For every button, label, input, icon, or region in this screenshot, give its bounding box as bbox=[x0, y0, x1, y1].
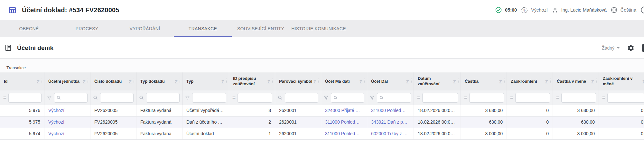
column-resize-handle[interactable] bbox=[364, 79, 366, 84]
equals-filter-icon[interactable]: = bbox=[463, 95, 467, 101]
equals-filter-icon[interactable]: = bbox=[601, 95, 605, 101]
language-selector[interactable]: Čeština bbox=[611, 6, 636, 14]
credit-account-link[interactable]: 343021 Daň z p… bbox=[371, 119, 407, 125]
equals-filter-icon[interactable]: = bbox=[416, 95, 420, 101]
sigma-icon[interactable]: Σ bbox=[453, 79, 457, 84]
tab-procesy[interactable]: PROCESY bbox=[58, 20, 116, 37]
credit-account-link[interactable]: 311000 Pohled… bbox=[371, 108, 406, 113]
column-resize-handle[interactable] bbox=[88, 79, 89, 84]
search-filter-icon[interactable] bbox=[277, 95, 283, 100]
column-header-ucet-dal[interactable]: Účet DalΣ bbox=[367, 72, 414, 90]
cell-id: 5 974 bbox=[0, 128, 44, 139]
search-filter-icon[interactable] bbox=[139, 95, 144, 100]
column-header-castka-v-mene[interactable]: Částka v měněΣ bbox=[553, 72, 599, 90]
sigma-icon[interactable]: Σ bbox=[359, 79, 363, 84]
credit-account-link[interactable]: 602000 Tržby z … bbox=[371, 131, 408, 136]
column-resize-handle[interactable] bbox=[272, 79, 274, 84]
sigma-icon[interactable]: Σ bbox=[545, 79, 549, 84]
column-resize-handle[interactable] bbox=[180, 79, 181, 84]
column-header-id-predpisu[interactable]: ID předpisu zaúčtováníΣ bbox=[229, 72, 275, 90]
column-header-cislo-dokladu[interactable]: Číslo dokladuΣ bbox=[90, 72, 136, 90]
filter-input-ucet-ma-dati[interactable] bbox=[340, 95, 362, 100]
sigma-icon[interactable]: Σ bbox=[267, 79, 271, 84]
unit-link[interactable]: Výchozí bbox=[48, 108, 64, 113]
column-resize-handle[interactable] bbox=[550, 79, 551, 84]
funnel-filter-icon[interactable] bbox=[47, 95, 52, 100]
column-header-parovaci-symbol[interactable]: Párovací symbolΣ bbox=[275, 72, 321, 90]
sigma-icon[interactable]: Σ bbox=[82, 79, 86, 84]
cell-zaokrouhleni: 0 bbox=[507, 105, 553, 116]
tab-vyporadani[interactable]: VYPOŘÁDÁNÍ bbox=[116, 20, 174, 37]
column-header-datum-zauctovani[interactable]: Datum zaúčtováníΣ bbox=[414, 72, 461, 90]
sigma-icon[interactable]: Σ bbox=[406, 79, 410, 84]
user-menu[interactable]: Ing. Lucie Maňásková bbox=[552, 7, 607, 14]
filter-input-zaokrouhleni[interactable] bbox=[518, 95, 548, 100]
filter-input-cislo-dokladu[interactable] bbox=[102, 95, 131, 100]
filter-input-castka-v-mene[interactable] bbox=[564, 95, 594, 100]
column-header-zaokrouhleni-v-mene[interactable]: Zaokrouhlení v měněΣ bbox=[599, 72, 644, 90]
sigma-icon[interactable]: Σ bbox=[128, 79, 132, 84]
column-header-zaokrouhleni[interactable]: ZaokrouhleníΣ bbox=[507, 72, 553, 90]
sigma-icon[interactable]: Σ bbox=[642, 79, 644, 84]
filter-input-ucet-dal[interactable] bbox=[386, 95, 409, 100]
filter-input-typ[interactable] bbox=[194, 95, 224, 100]
sigma-icon[interactable]: Σ bbox=[313, 79, 317, 84]
sigma-icon[interactable]: Σ bbox=[499, 79, 503, 84]
equals-filter-icon[interactable]: = bbox=[555, 95, 559, 101]
column-header-typ[interactable]: TypΣ bbox=[182, 72, 229, 90]
grouping-dropdown[interactable]: Žádný bbox=[602, 45, 620, 51]
funnel-filter-icon[interactable] bbox=[185, 95, 190, 100]
debit-account-link[interactable]: 311000 Pohled… bbox=[325, 131, 359, 136]
sigma-icon[interactable]: Σ bbox=[174, 79, 178, 84]
column-resize-handle[interactable] bbox=[134, 79, 135, 84]
funnel-filter-icon[interactable] bbox=[323, 95, 329, 100]
filter-input-zaokrouhleni-v-mene[interactable] bbox=[610, 95, 642, 100]
column-header-typ-dokladu[interactable]: Typ dokladuΣ bbox=[136, 72, 182, 90]
sigma-icon[interactable]: Σ bbox=[591, 79, 595, 84]
filter-input-ucetni-jednotka[interactable] bbox=[63, 95, 85, 100]
unit-link[interactable]: Výchozí bbox=[48, 131, 64, 136]
filter-input-castka[interactable] bbox=[471, 95, 502, 100]
cell-typ-dokladu: Faktura vydaná bbox=[136, 128, 182, 139]
column-resize-handle[interactable] bbox=[411, 79, 412, 84]
column-resize-handle[interactable] bbox=[318, 79, 320, 84]
column-header-ucetni-jednotka[interactable]: Účetní jednotkaΣ bbox=[44, 72, 90, 90]
column-header-id[interactable]: IdΣ bbox=[0, 72, 44, 90]
cropped-panel-action-icon[interactable] bbox=[642, 44, 644, 52]
filter-input-typ-dokladu[interactable] bbox=[148, 95, 177, 100]
cropped-right-icon[interactable] bbox=[640, 6, 644, 14]
equals-filter-icon[interactable]: = bbox=[509, 95, 513, 101]
filter-input-id[interactable] bbox=[11, 95, 39, 100]
filter-input-datum[interactable] bbox=[425, 95, 456, 100]
tab-souvisejici-entity[interactable]: SOUVISEJÍCÍ ENTITY bbox=[232, 20, 290, 37]
debit-account-link[interactable]: 311000 Pohled… bbox=[325, 119, 359, 125]
column-resize-handle[interactable] bbox=[42, 79, 43, 84]
cell-zaokrouhleni: 0 bbox=[507, 117, 553, 128]
currency-selector[interactable]: $ Výchozí bbox=[521, 6, 548, 14]
column-resize-handle[interactable] bbox=[226, 79, 228, 84]
status-time[interactable]: 05:00 bbox=[495, 6, 517, 14]
currency-badge-icon: $ bbox=[521, 6, 528, 14]
funnel-filter-icon[interactable] bbox=[369, 95, 375, 100]
column-resize-handle[interactable] bbox=[504, 79, 505, 84]
equals-filter-icon[interactable]: = bbox=[231, 95, 236, 101]
table-row[interactable]: 5 975 Výchozí FV2620005 Faktura vydaná D… bbox=[0, 117, 644, 128]
column-header-castka[interactable]: ČástkaΣ bbox=[461, 72, 507, 90]
tab-obecne[interactable]: OBECNÉ bbox=[0, 20, 58, 37]
unit-link[interactable]: Výchozí bbox=[48, 119, 64, 125]
gear-icon[interactable] bbox=[627, 44, 635, 52]
table-row[interactable]: 5 976 Výchozí FV2620005 Faktura vydaná Ú… bbox=[0, 105, 644, 117]
search-filter-icon[interactable] bbox=[93, 95, 98, 100]
tab-historie-komunikace[interactable]: HISTORIE KOMUNIKACE bbox=[290, 20, 348, 37]
equals-filter-icon[interactable]: = bbox=[2, 95, 6, 101]
sigma-icon[interactable]: Σ bbox=[221, 79, 225, 84]
column-resize-handle[interactable] bbox=[458, 79, 459, 84]
column-resize-handle[interactable] bbox=[596, 79, 597, 84]
table-row[interactable]: 5 974 Výchozí FV2620005 Faktura vydaná Ú… bbox=[0, 128, 644, 140]
sigma-icon[interactable]: Σ bbox=[36, 79, 40, 84]
filter-input-parovaci-symbol[interactable] bbox=[287, 95, 316, 100]
debit-account-link[interactable]: 324000 Přijaté … bbox=[325, 108, 360, 113]
tab-transakce[interactable]: TRANSAKCE bbox=[174, 20, 232, 37]
filter-input-id-predpisu[interactable] bbox=[240, 95, 270, 100]
column-header-ucet-ma-dati[interactable]: Účet Má dátiΣ bbox=[321, 72, 367, 90]
